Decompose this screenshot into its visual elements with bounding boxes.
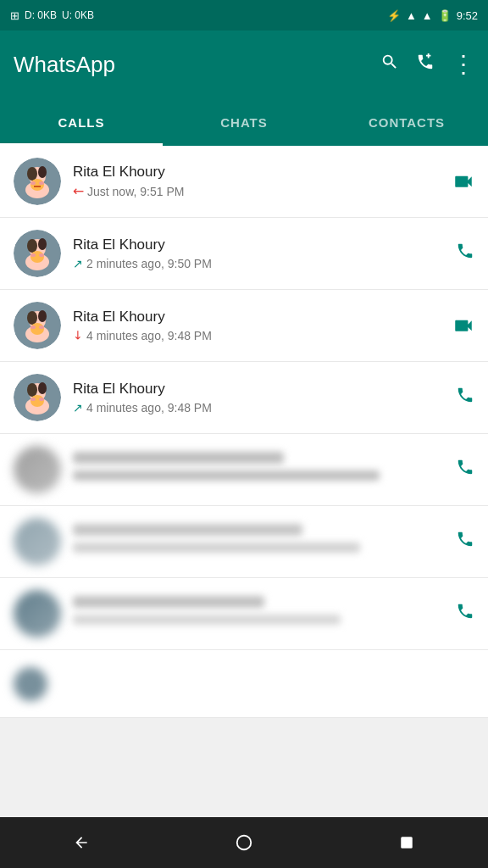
video-call-icon[interactable] xyxy=(452,170,474,192)
svg-point-5 xyxy=(30,179,44,191)
svg-point-22 xyxy=(30,323,44,335)
svg-point-20 xyxy=(38,310,47,322)
call-info-blurred xyxy=(73,452,456,487)
clock: 9:52 xyxy=(457,9,478,22)
avatar-blurred xyxy=(14,667,47,701)
call-list-container: Rita El Khoury ↗ Just now, 9:51 PM xyxy=(0,146,488,817)
call-direction-icon: ↗ xyxy=(69,182,88,202)
tab-chats[interactable]: CHATS xyxy=(163,98,325,146)
svg-point-19 xyxy=(27,311,37,325)
video-call-icon[interactable] xyxy=(452,314,474,337)
blurred-detail xyxy=(73,542,360,553)
call-item[interactable]: Rita El Khoury ↗ 2 minutes ago, 9:50 PM xyxy=(0,218,488,290)
search-button[interactable] xyxy=(380,53,399,76)
more-options-button[interactable]: ⋮ xyxy=(452,53,474,76)
status-left: ⊞ D: 0KB U: 0KB xyxy=(10,9,94,22)
blurred-name xyxy=(73,524,302,536)
status-right: ⚡ ▲ ▲ 🔋 9:52 xyxy=(387,9,478,22)
audio-call-icon[interactable] xyxy=(456,602,474,626)
audio-call-icon[interactable] xyxy=(456,242,474,265)
app-bar: WhatsApp ⋮ xyxy=(0,31,488,98)
data-indicator: D: 0KB xyxy=(25,9,57,21)
home-button[interactable] xyxy=(225,824,263,861)
battery-icon: 🔋 xyxy=(438,9,452,22)
call-detail: ↗ 2 minutes ago, 9:50 PM xyxy=(73,257,456,270)
call-item[interactable] xyxy=(0,434,488,506)
svg-point-6 xyxy=(30,181,36,185)
blurred-detail xyxy=(73,615,341,625)
caller-name: Rita El Khoury xyxy=(73,236,456,253)
call-info-blurred xyxy=(73,596,456,632)
svg-point-16 xyxy=(39,253,44,257)
status-bar: ⊞ D: 0KB U: 0KB ⚡ ▲ ▲ 🔋 9:52 xyxy=(0,0,488,31)
wifi-icon: ▲ xyxy=(406,9,417,22)
avatar-blurred xyxy=(14,446,61,493)
call-info: Rita El Khoury ↗ 4 minutes ago, 9:48 PM xyxy=(73,381,456,415)
recents-button[interactable] xyxy=(388,824,425,861)
screen-icon: ⊞ xyxy=(10,9,19,22)
svg-point-28 xyxy=(38,382,47,394)
svg-point-11 xyxy=(27,239,37,253)
tab-bar: CALLS CHATS CONTACTS xyxy=(0,98,488,146)
avatar xyxy=(14,302,61,349)
blurred-name xyxy=(73,596,264,608)
avatar xyxy=(14,230,61,277)
bluetooth-icon: ⚡ xyxy=(387,9,401,22)
call-item[interactable]: Rita El Khoury ↗ 4 minutes ago, 9:48 PM xyxy=(0,290,488,362)
call-detail: ↗ Just now, 9:51 PM xyxy=(73,184,452,200)
app-title: WhatsApp xyxy=(14,52,115,78)
call-item[interactable]: Rita El Khoury ↗ 4 minutes ago, 9:48 PM xyxy=(0,362,488,434)
avatar-blurred xyxy=(14,518,61,565)
audio-call-icon[interactable] xyxy=(456,458,474,481)
svg-point-3 xyxy=(38,166,47,178)
tab-calls[interactable]: CALLS xyxy=(0,98,163,146)
add-call-button[interactable] xyxy=(416,53,435,76)
blurred-name xyxy=(73,452,284,464)
call-direction-icon: ↗ xyxy=(69,327,86,344)
audio-call-icon[interactable] xyxy=(456,530,474,554)
call-list: Rita El Khoury ↗ Just now, 9:51 PM xyxy=(0,146,488,718)
svg-point-14 xyxy=(30,251,44,263)
svg-point-15 xyxy=(30,253,36,257)
nav-bar xyxy=(0,817,488,868)
upload-indicator: U: 0KB xyxy=(62,9,94,21)
blurred-detail xyxy=(73,470,380,481)
call-direction-icon: ↗ xyxy=(73,401,83,415)
svg-point-31 xyxy=(30,398,36,401)
call-info-blurred xyxy=(73,524,456,559)
call-info: Rita El Khoury ↗ 4 minutes ago, 9:48 PM xyxy=(73,309,452,342)
svg-point-2 xyxy=(27,167,37,181)
caller-name: Rita El Khoury xyxy=(73,381,456,398)
avatar xyxy=(14,374,61,421)
svg-rect-34 xyxy=(401,837,413,849)
avatar-blurred xyxy=(14,590,61,637)
svg-point-23 xyxy=(30,326,36,329)
svg-point-12 xyxy=(38,238,47,250)
svg-point-7 xyxy=(39,181,44,185)
avatar xyxy=(14,158,61,205)
call-item-partial xyxy=(0,650,488,718)
call-direction-icon: ↗ xyxy=(73,257,83,270)
svg-point-27 xyxy=(27,383,37,397)
call-detail: ↗ 4 minutes ago, 9:48 PM xyxy=(73,401,456,415)
call-item[interactable]: Rita El Khoury ↗ Just now, 9:51 PM xyxy=(0,146,488,218)
call-item[interactable] xyxy=(0,578,488,650)
call-detail: ↗ 4 minutes ago, 9:48 PM xyxy=(73,329,452,342)
caller-name: Rita El Khoury xyxy=(73,309,452,326)
signal-icon: ▲ xyxy=(422,9,433,22)
app-bar-actions: ⋮ xyxy=(380,53,474,76)
call-info: Rita El Khoury ↗ 2 minutes ago, 9:50 PM xyxy=(73,236,456,270)
call-item[interactable] xyxy=(0,506,488,578)
call-info: Rita El Khoury ↗ Just now, 9:51 PM xyxy=(73,164,452,200)
audio-call-icon[interactable] xyxy=(456,386,474,409)
svg-point-30 xyxy=(30,395,44,407)
svg-point-33 xyxy=(237,836,252,850)
caller-name: Rita El Khoury xyxy=(73,164,452,181)
svg-point-24 xyxy=(39,326,44,329)
back-button[interactable] xyxy=(63,824,100,861)
svg-point-32 xyxy=(39,398,44,401)
tab-contacts[interactable]: CONTACTS xyxy=(325,98,488,146)
